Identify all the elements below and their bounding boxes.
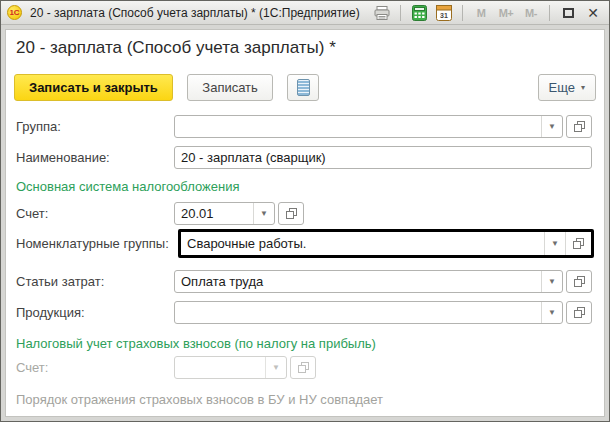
name-input[interactable] bbox=[174, 146, 592, 169]
calculator-icon bbox=[412, 5, 427, 21]
account-label: Счет: bbox=[16, 206, 174, 221]
calendar-icon: 31 bbox=[436, 5, 452, 21]
svg-text:31: 31 bbox=[440, 11, 448, 18]
maximize-icon bbox=[563, 8, 574, 18]
production-row: Продукция: ▼ bbox=[16, 301, 592, 324]
app-window: 1С 20 - зарплата (Способ учета зарплаты)… bbox=[0, 0, 610, 422]
chevron-down-icon: ▼ bbox=[548, 122, 556, 131]
tax-account-open-button[interactable] bbox=[290, 356, 316, 379]
section-main-tax-system: Основная система налогообложения bbox=[16, 179, 239, 194]
name-label: Наименование: bbox=[16, 150, 174, 165]
production-label: Продукция: bbox=[16, 305, 174, 320]
maximize-button[interactable] bbox=[558, 4, 578, 22]
printer-icon bbox=[374, 6, 390, 20]
nomenclature-label: Номенклатурные группы: bbox=[16, 236, 178, 251]
open-icon bbox=[574, 121, 585, 132]
titlebar-separator bbox=[462, 5, 463, 21]
group-input[interactable] bbox=[175, 116, 541, 137]
account-input[interactable] bbox=[175, 203, 253, 224]
group-row: Группа: ▼ bbox=[16, 115, 592, 138]
open-icon bbox=[573, 238, 584, 249]
calendar-button[interactable]: 31 bbox=[434, 4, 454, 22]
section-insurance-tax: Налоговый учет страховых взносов (по нал… bbox=[16, 336, 376, 351]
close-icon: ✕ bbox=[587, 6, 599, 20]
group-dropdown-button[interactable]: ▼ bbox=[541, 116, 562, 137]
cost-items-input[interactable] bbox=[175, 271, 541, 292]
chevron-down-icon: ▼ bbox=[551, 239, 559, 248]
cost-items-open-button[interactable] bbox=[566, 270, 592, 293]
nomenclature-dropdown-button[interactable]: ▼ bbox=[544, 232, 565, 255]
account-open-button[interactable] bbox=[278, 202, 304, 225]
footer-note: Порядок отражения страховых взносов в БУ… bbox=[16, 392, 383, 407]
register-list-icon bbox=[297, 79, 310, 96]
open-icon bbox=[574, 307, 585, 318]
nomenclature-field[interactable]: ▼ bbox=[181, 232, 565, 255]
tax-account-field[interactable]: ▼ bbox=[174, 356, 287, 379]
command-bar: Записать и закрыть Записать Еще ▾ bbox=[14, 74, 596, 101]
nomenclature-input[interactable] bbox=[181, 232, 544, 255]
cost-items-label: Статьи затрат: bbox=[16, 274, 174, 289]
tax-account-input[interactable] bbox=[175, 357, 265, 378]
memory-subtract-label: M- bbox=[525, 7, 537, 19]
nomenclature-row: Номенклатурные группы: ▼ bbox=[16, 229, 594, 258]
tax-account-label: Счет: bbox=[16, 360, 174, 375]
show-register-button[interactable] bbox=[287, 74, 319, 101]
group-field[interactable]: ▼ bbox=[174, 115, 563, 138]
tax-account-dropdown-button[interactable]: ▼ bbox=[265, 357, 286, 378]
calculator-button[interactable] bbox=[409, 4, 429, 22]
open-icon bbox=[286, 208, 297, 219]
chevron-down-icon: ▼ bbox=[548, 308, 556, 317]
page-title: 20 - зарплата (Способ учета зарплаты) * bbox=[16, 38, 336, 58]
more-button[interactable]: Еще ▾ bbox=[538, 74, 596, 101]
memory-recall-label: M bbox=[477, 7, 486, 19]
more-label: Еще bbox=[549, 80, 575, 95]
cost-items-dropdown-button[interactable]: ▼ bbox=[541, 271, 562, 292]
tax-account-row: Счет: ▼ bbox=[16, 356, 336, 379]
chevron-down-icon: ▼ bbox=[260, 209, 268, 218]
memory-recall-button[interactable]: M bbox=[471, 4, 491, 22]
titlebar-separator bbox=[400, 5, 401, 21]
chevron-down-icon: ▼ bbox=[548, 277, 556, 286]
account-row: Счет: ▼ bbox=[16, 202, 316, 225]
save-and-close-button[interactable]: Записать и закрыть bbox=[14, 74, 173, 101]
chevron-down-icon: ▾ bbox=[581, 83, 585, 92]
memory-add-label: M+ bbox=[499, 7, 514, 19]
group-open-button[interactable] bbox=[566, 115, 592, 138]
open-icon bbox=[298, 362, 309, 373]
account-field[interactable]: ▼ bbox=[174, 202, 275, 225]
nomenclature-open-button[interactable] bbox=[565, 232, 591, 255]
titlebar-separator bbox=[549, 5, 550, 21]
production-field[interactable]: ▼ bbox=[174, 301, 563, 324]
close-button[interactable]: ✕ bbox=[583, 4, 603, 22]
group-label: Группа: bbox=[16, 119, 174, 134]
save-button[interactable]: Записать bbox=[187, 74, 273, 101]
name-row: Наименование: bbox=[16, 146, 592, 169]
cost-items-field[interactable]: ▼ bbox=[174, 270, 563, 293]
production-open-button[interactable] bbox=[566, 301, 592, 324]
account-dropdown-button[interactable]: ▼ bbox=[253, 203, 274, 224]
production-dropdown-button[interactable]: ▼ bbox=[541, 302, 562, 323]
form-body: 20 - зарплата (Способ учета зарплаты) * … bbox=[5, 29, 605, 417]
print-button[interactable] bbox=[372, 4, 392, 22]
chevron-down-icon: ▼ bbox=[272, 363, 280, 372]
memory-subtract-button[interactable]: M- bbox=[521, 4, 541, 22]
cost-items-row: Статьи затрат: ▼ bbox=[16, 270, 592, 293]
open-icon bbox=[574, 276, 585, 287]
memory-add-button[interactable]: M+ bbox=[496, 4, 516, 22]
production-input[interactable] bbox=[175, 302, 541, 323]
nomenclature-focused-field[interactable]: ▼ bbox=[178, 229, 594, 258]
window-title: 20 - зарплата (Способ учета зарплаты) * … bbox=[30, 6, 372, 20]
titlebar[interactable]: 1С 20 - зарплата (Способ учета зарплаты)… bbox=[1, 1, 609, 25]
1c-logo-icon: 1С bbox=[7, 5, 22, 20]
